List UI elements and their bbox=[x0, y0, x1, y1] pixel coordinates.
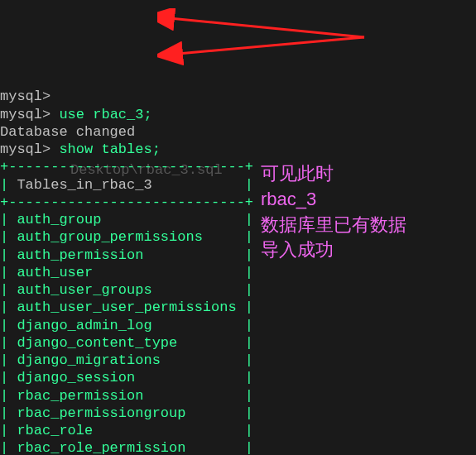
table-pipe: | bbox=[0, 212, 17, 228]
mysql-prompt: mysql> bbox=[0, 107, 50, 122]
annotation-line: 数据库里已有数据 bbox=[261, 213, 406, 238]
mysql-prompt: mysql> bbox=[0, 89, 50, 104]
table-row: auth_group_permissions bbox=[17, 229, 202, 245]
table-header: Tables_in_rbac_3 bbox=[17, 177, 151, 193]
annotation-line: rbac_3 bbox=[261, 187, 406, 213]
table-border-top: +----------------------------+ bbox=[0, 159, 253, 175]
table-row: rbac_permission bbox=[17, 388, 143, 404]
db-changed-msg: Database changed bbox=[0, 124, 135, 140]
table-row: django_session bbox=[17, 370, 135, 386]
table-row: rbac_role_permission bbox=[17, 440, 185, 455]
table-row: rbac_permissiongroup bbox=[17, 405, 185, 421]
table-pipe: | bbox=[0, 177, 17, 193]
table-pipe: | bbox=[0, 229, 17, 245]
mysql-prompt: mysql> bbox=[0, 141, 50, 157]
annotation-line: 导入成功 bbox=[261, 237, 406, 263]
table-row: django_content_type bbox=[17, 335, 177, 351]
table-pipe: | bbox=[0, 423, 17, 438]
table-pipe: | bbox=[0, 388, 17, 404]
table-row: rbac_role bbox=[17, 423, 93, 438]
svg-line-2 bbox=[178, 37, 364, 54]
command-use: use rbac_3; bbox=[59, 107, 151, 122]
table-row: auth_group bbox=[17, 212, 101, 228]
table-row: auth_user bbox=[17, 265, 93, 280]
svg-line-1 bbox=[170, 18, 364, 37]
table-pipe: | bbox=[0, 370, 17, 386]
table-pipe: | bbox=[0, 299, 17, 315]
table-row: auth_permission bbox=[17, 247, 143, 263]
table-row: auth_user_user_permissions bbox=[17, 299, 236, 315]
annotation-note: 可见此时 rbac_3 数据库里已有数据 导入成功 bbox=[261, 161, 406, 263]
table-pipe: | bbox=[0, 265, 17, 280]
table-pipe: | bbox=[0, 282, 17, 298]
table-pipe: | bbox=[0, 247, 17, 263]
table-border-mid: +----------------------------+ bbox=[0, 194, 253, 210]
table-row: auth_user_groups bbox=[17, 282, 151, 298]
annotation-arrows-icon bbox=[157, 8, 406, 66]
table-pipe: | bbox=[0, 352, 17, 368]
table-pipe: | bbox=[0, 318, 17, 333]
table-pipe: | bbox=[152, 177, 253, 193]
command-show-tables: show tables; bbox=[59, 141, 160, 157]
annotation-line: 可见此时 bbox=[261, 161, 406, 187]
table-row: django_migrations bbox=[17, 352, 160, 368]
table-pipe: | bbox=[0, 440, 17, 455]
table-row: django_admin_log bbox=[17, 318, 151, 333]
table-pipe: | bbox=[0, 405, 17, 421]
table-pipe: | bbox=[0, 335, 17, 351]
